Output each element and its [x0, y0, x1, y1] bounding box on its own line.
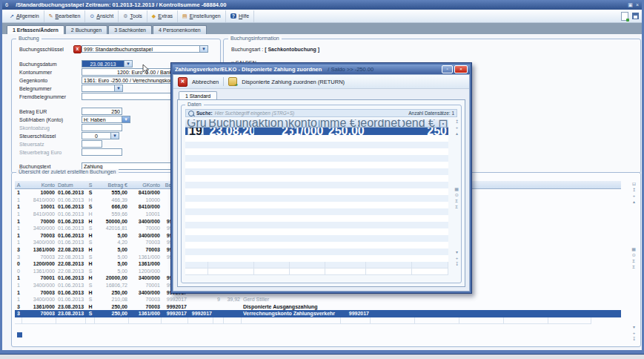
scroll-down-icon[interactable]: ▾: [633, 325, 635, 330]
minimize-icon[interactable]: ▫: [442, 65, 453, 73]
dialog-empty-row: [185, 228, 448, 235]
column-header[interactable]: GKonto: [129, 181, 162, 188]
add-icon[interactable]: +: [456, 256, 459, 261]
column-header[interactable]: [548, 181, 591, 188]
search-bar[interactable]: Suche: Hier Suchbegriff eingeben (STRG+S…: [185, 109, 457, 117]
dialog-toolbar: ✕ Abbrechen Disponierte Zahlung zuordnen…: [173, 75, 469, 89]
table-cell: [504, 239, 548, 246]
grid-icon[interactable]: ▦: [454, 187, 459, 192]
close-icon[interactable]: ×: [636, 2, 639, 7]
menu-item-einstellungen[interactable]: ▤Einstellungen: [178, 10, 226, 22]
column-header[interactable]: Verbleibend €: [402, 119, 436, 127]
scroll-top-icon[interactable]: ↥: [455, 119, 459, 125]
document-icon[interactable]: [621, 12, 628, 21]
column-chooser-icon[interactable]: ⊡: [436, 119, 448, 127]
column-header[interactable]: S: [86, 181, 95, 188]
column-header[interactable]: Buchungsdatum: [207, 119, 251, 127]
column-header[interactable]: [504, 181, 548, 188]
dialog-row-selected[interactable]: 1923.08.2013 /Fr21361/000250,00250: [185, 128, 448, 135]
menu-item-extras[interactable]: ◆Extras: [147, 10, 178, 22]
table-cell: 01.06.2013: [56, 289, 86, 296]
column-header[interactable]: Transaktion: [251, 119, 285, 127]
table-row[interactable]: 31361/00023.08.2013H250,00700039992017Di…: [15, 303, 621, 311]
menu-item-ansicht[interactable]: ⊙Ansicht: [85, 10, 119, 22]
steuersatz-input[interactable]: [82, 140, 102, 148]
menu-item-tools[interactable]: ⚙Tools: [119, 10, 147, 22]
table-cell: [325, 262, 366, 269]
save-icon[interactable]: [632, 13, 639, 19]
betrag-input[interactable]: 250: [82, 108, 122, 115]
column-header[interactable]: A: [15, 181, 22, 188]
column-header[interactable]: Sachkonto: [285, 119, 319, 127]
skontoabzug-input[interactable]: [82, 124, 122, 131]
column-header[interactable]: Datum: [56, 181, 86, 188]
menu-item-hilfe[interactable]: ?Hilfe: [226, 10, 254, 22]
tab-2-buchungen[interactable]: 2 Buchungen: [65, 25, 107, 34]
steuerschluessel-input[interactable]: 0: [82, 132, 111, 139]
add-icon[interactable]: +: [633, 194, 636, 199]
menu-label: Extras: [158, 13, 173, 19]
dialog-title-bar[interactable]: Zahlungsverkehr/ELKO - Disponierte Zahlu…: [173, 65, 470, 74]
chevron-down-icon[interactable]: ▼: [125, 60, 133, 67]
dialog-empty-row: [185, 162, 448, 168]
dialog-empty-row: [185, 255, 448, 262]
tab-4-personenkonten[interactable]: 4 Personenkonten: [153, 25, 207, 34]
column-header[interactable]: Zahlsumme €: [319, 119, 358, 127]
cancel-button[interactable]: Abbrechen: [192, 79, 219, 85]
chevron-down-icon[interactable]: ▼: [111, 132, 119, 139]
clear-icon[interactable]: x: [73, 45, 82, 53]
sum-icon[interactable]: Σ: [632, 259, 635, 264]
scroll-down-icon[interactable]: ▾: [456, 250, 458, 255]
scroll-bottom-icon[interactable]: ↧: [632, 337, 636, 342]
table-cell: 20000,00: [95, 274, 129, 282]
title-bar[interactable]: 6 /Standardbuchungsstapel Zeitraum: 01.2…: [2, 0, 642, 10]
add-icon[interactable]: +: [456, 125, 459, 131]
table-cell: 1: [15, 239, 22, 246]
menu-item-bearbeiten[interactable]: ✎Bearbeiten: [44, 10, 86, 22]
buchungsschluessel-combo[interactable]: 999: Standardbuchungsstapel: [82, 45, 200, 53]
table-row-selected[interactable]: 37000323.08.2013S250,001361/000999201799…: [15, 310, 621, 317]
column-header[interactable]: Gruppe: [185, 119, 207, 127]
close-icon[interactable]: ×: [454, 65, 468, 73]
buchungsart-label: Buchungsart :: [231, 47, 263, 52]
scroll-up-icon[interactable]: ▴: [633, 200, 635, 205]
search-icon[interactable]: ⊙: [455, 193, 459, 198]
restore-icon[interactable]: ▣: [628, 2, 633, 8]
table-cell: 3: [15, 310, 22, 317]
scroll-top-icon[interactable]: ↥: [632, 188, 636, 193]
soll-haben-combo[interactable]: H: Haben: [82, 116, 122, 123]
column-header[interactable]: Betrag €: [95, 181, 129, 188]
belegnummer-input[interactable]: [82, 85, 115, 92]
assign-button[interactable]: Disponierte Zahlung zuordnen (RETURN): [242, 79, 345, 85]
columns-icon[interactable]: ⊡: [632, 182, 636, 187]
menu-item-allgemein[interactable]: ↗Allgemein: [5, 10, 44, 22]
tab-3-sachkonten[interactable]: 3 Sachkonten: [108, 25, 152, 34]
sum-icon[interactable]: Σ: [455, 199, 458, 204]
buchungsdatum-input[interactable]: 23.08.2013: [82, 60, 125, 67]
search-icon[interactable]: ⊙: [632, 253, 636, 258]
belegnummer-label: Belegnummer: [19, 86, 80, 91]
steuerbetrag-input[interactable]: [82, 148, 122, 156]
add-icon[interactable]: +: [633, 331, 636, 336]
table-cell: [188, 296, 213, 303]
table-cell: [371, 296, 415, 303]
column-header[interactable]: Bisher zugeordnet: [358, 119, 402, 127]
chevron-down-icon[interactable]: ▼: [115, 85, 123, 92]
sum-filter-icon[interactable]: Σ: [632, 265, 635, 270]
edit-icon: ✎: [49, 13, 53, 19]
scroll-up-icon[interactable]: ▴: [456, 131, 458, 136]
column-header[interactable]: Konto: [22, 181, 56, 188]
sum-filter-icon[interactable]: Σ: [455, 205, 458, 210]
table-cell: [242, 317, 341, 324]
table-row[interactable]: 13400/00001.06.2013S210,0870003999201793…: [15, 296, 621, 303]
chevron-down-icon[interactable]: ▼: [122, 116, 130, 123]
table-cell: [504, 246, 548, 254]
chevron-down-icon[interactable]: ▼: [200, 45, 208, 53]
table-cell: 559,66: [95, 211, 129, 218]
steuerbetrag-label: Steuerbetrag Euro: [19, 150, 80, 155]
scroll-bottom-icon[interactable]: ↧: [455, 262, 459, 267]
tab-1-erfassen-ndern[interactable]: 1 Erfassen/Ändern: [7, 25, 64, 34]
table-cell: [95, 317, 129, 324]
gruppe-cell-editor[interactable]: 19: [187, 128, 204, 135]
grid-icon[interactable]: ▦: [631, 247, 636, 252]
